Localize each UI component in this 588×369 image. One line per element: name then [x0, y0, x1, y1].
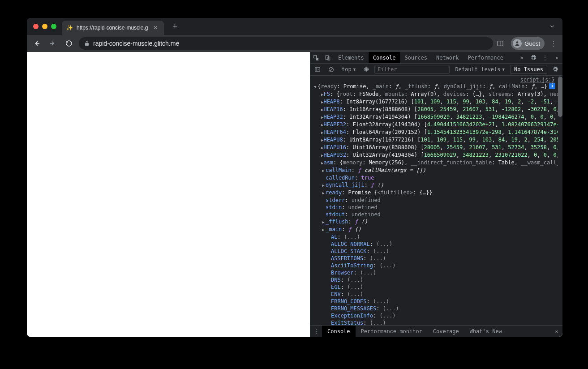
- object-summary-row[interactable]: {ready: Promise, _main: ƒ, _fflush: ƒ, d…: [313, 83, 558, 90]
- devtools-tab-sources[interactable]: Sources: [400, 52, 432, 63]
- console-sidebar-toggle[interactable]: [312, 65, 323, 74]
- more-tabs-button[interactable]: »: [516, 55, 528, 61]
- scrollbar-thumb[interactable]: [558, 77, 562, 117]
- devtools-panel: ElementsConsoleSourcesNetworkPerformance…: [310, 52, 562, 337]
- devtools-drawer: ⋮ ConsolePerformance monitorCoverageWhat…: [310, 325, 562, 337]
- property-row[interactable]: _fflush: ƒ (): [313, 218, 558, 226]
- console-settings-button[interactable]: [550, 65, 561, 74]
- property-row[interactable]: HEAPU32: Uint32Array(4194304) [166850902…: [313, 151, 558, 159]
- console-filter-input[interactable]: [374, 65, 450, 74]
- property-row[interactable]: HEAP32: Int32Array(4194304) [1668509029,…: [313, 113, 558, 121]
- property-row[interactable]: FS: {root: FSNode, mounts: Array(0), dev…: [313, 90, 558, 98]
- console-output[interactable]: script.js:5 {ready: Promise, _main: ƒ, _…: [310, 76, 558, 325]
- address-bar[interactable]: rapid-concise-muscle.glitch.me: [79, 37, 493, 50]
- property-row[interactable]: ALLOC_NORMAL: (...): [313, 240, 558, 248]
- browser-menu-button[interactable]: ⋮: [548, 39, 559, 48]
- close-drawer-button[interactable]: ✕: [551, 326, 562, 337]
- tab-favicon: ✨: [66, 25, 73, 31]
- console-scrollbar[interactable]: [558, 76, 562, 325]
- tab-title: https://rapid-concise-muscle.g: [77, 25, 148, 31]
- live-expression-button[interactable]: [361, 65, 372, 74]
- property-row[interactable]: HEAPU16: Uint16Array(8388608) [28005, 25…: [313, 144, 558, 151]
- svg-line-11: [330, 68, 333, 71]
- property-row[interactable]: ready: Promise {<fulfilled>: {…}}: [313, 189, 558, 197]
- close-devtools-button[interactable]: ✕: [551, 55, 562, 61]
- expand-arrow-icon[interactable]: [321, 167, 326, 174]
- drawer-tab-console[interactable]: Console: [322, 326, 356, 337]
- url-text: rapid-concise-muscle.glitch.me: [93, 40, 179, 47]
- property-row[interactable]: calledRun: true: [313, 174, 558, 181]
- back-button[interactable]: [30, 37, 43, 50]
- property-row[interactable]: HEAPU8: Uint8Array(16777216) [101, 109, …: [313, 136, 558, 144]
- close-window-button[interactable]: [33, 24, 39, 29]
- property-row[interactable]: stdin: undefined: [313, 204, 558, 211]
- devtools-tab-network[interactable]: Network: [432, 52, 464, 63]
- console-body: script.js:5 {ready: Promise, _main: ƒ, _…: [310, 76, 562, 325]
- property-row[interactable]: ExitStatus: (...): [313, 319, 558, 325]
- property-row[interactable]: AsciiToString: (...): [313, 262, 558, 269]
- drawer-menu-button[interactable]: ⋮: [310, 326, 322, 337]
- context-label: top: [342, 66, 352, 73]
- expand-arrow-icon[interactable]: [313, 83, 318, 90]
- tab-strip: ✨ https://rapid-concise-muscle.g ✕ +: [27, 18, 562, 35]
- execution-context-dropdown[interactable]: top ▼: [339, 65, 358, 73]
- property-row[interactable]: EGL: (...): [313, 283, 558, 291]
- property-row[interactable]: ALLOC_STACK: (...): [313, 248, 558, 255]
- forward-button[interactable]: [47, 37, 59, 50]
- expand-arrow-icon[interactable]: [321, 218, 326, 226]
- info-badge-icon[interactable]: i: [549, 83, 555, 89]
- svg-rect-2: [498, 41, 503, 46]
- property-row[interactable]: Browser: (...): [313, 269, 558, 276]
- maximize-window-button[interactable]: [51, 24, 56, 29]
- property-row[interactable]: AL: (...): [313, 233, 558, 240]
- svg-rect-5: [314, 55, 317, 58]
- property-row[interactable]: stderr: undefined: [313, 197, 558, 204]
- new-tab-button[interactable]: +: [169, 22, 180, 31]
- minimize-window-button[interactable]: [42, 24, 47, 29]
- expand-arrow-icon[interactable]: [321, 181, 326, 189]
- property-row[interactable]: ENV: (...): [313, 291, 558, 298]
- drawer-tab-performance-monitor[interactable]: Performance monitor: [356, 326, 428, 337]
- property-row[interactable]: callMain: ƒ callMain(args = []): [313, 167, 558, 174]
- property-row[interactable]: ERRNO_CODES: (...): [313, 298, 558, 305]
- side-panel-button[interactable]: [497, 40, 507, 47]
- expand-arrow-icon[interactable]: [321, 226, 326, 233]
- device-toggle-button[interactable]: [322, 52, 334, 63]
- browser-tab[interactable]: ✨ https://rapid-concise-muscle.g ✕: [62, 21, 164, 35]
- levels-label: Default levels: [455, 66, 500, 73]
- window-controls: [33, 24, 56, 29]
- property-row[interactable]: ASSERTIONS: (...): [313, 255, 558, 262]
- property-row[interactable]: dynCall_jiji: ƒ (): [313, 181, 558, 189]
- issues-label: No Issues: [514, 66, 543, 73]
- property-row[interactable]: HEAP8: Int8Array(16777216) [101, 109, 11…: [313, 98, 558, 106]
- log-levels-dropdown[interactable]: Default levels ▼: [452, 65, 507, 73]
- reload-button[interactable]: [63, 37, 75, 50]
- svg-point-12: [365, 69, 367, 70]
- devtools-settings-button[interactable]: [528, 55, 539, 61]
- profile-button[interactable]: Guest: [511, 37, 545, 50]
- property-row[interactable]: DNS: (...): [313, 276, 558, 283]
- property-row[interactable]: asm: {memory: Memory(256), __indirect_fu…: [313, 159, 558, 167]
- property-row[interactable]: HEAPF32: Float32Array(4194304) [4.490441…: [313, 121, 558, 129]
- drawer-tab-what-s-new[interactable]: What's New: [464, 326, 507, 337]
- property-row[interactable]: _main: ƒ (): [313, 226, 558, 233]
- inspect-element-button[interactable]: [310, 52, 322, 63]
- devtools-tab-performance[interactable]: Performance: [464, 52, 508, 63]
- property-row[interactable]: ERRNO_MESSAGES: (...): [313, 305, 558, 312]
- chevron-down-icon: ▼: [502, 67, 505, 72]
- page-viewport[interactable]: [27, 52, 310, 337]
- devtools-tab-elements[interactable]: Elements: [334, 52, 369, 63]
- close-tab-button[interactable]: ✕: [151, 24, 159, 32]
- clear-console-button[interactable]: [326, 65, 336, 74]
- tab-search-button[interactable]: [545, 21, 559, 31]
- issues-button[interactable]: No Issues: [510, 65, 547, 74]
- property-row[interactable]: HEAPF64: Float64Array(2097152) [1.154541…: [313, 129, 558, 136]
- property-row[interactable]: HEAP16: Int16Array(8388608) [28005, 2545…: [313, 106, 558, 113]
- property-row[interactable]: stdout: undefined: [313, 211, 558, 218]
- property-row[interactable]: ExceptionInfo: (...): [313, 312, 558, 319]
- devtools-menu-button[interactable]: ⋮: [539, 55, 551, 61]
- expand-arrow-icon[interactable]: [321, 189, 326, 197]
- devtools-tab-console[interactable]: Console: [369, 52, 400, 63]
- source-link[interactable]: script.js:5: [313, 77, 558, 83]
- drawer-tab-coverage[interactable]: Coverage: [428, 326, 464, 337]
